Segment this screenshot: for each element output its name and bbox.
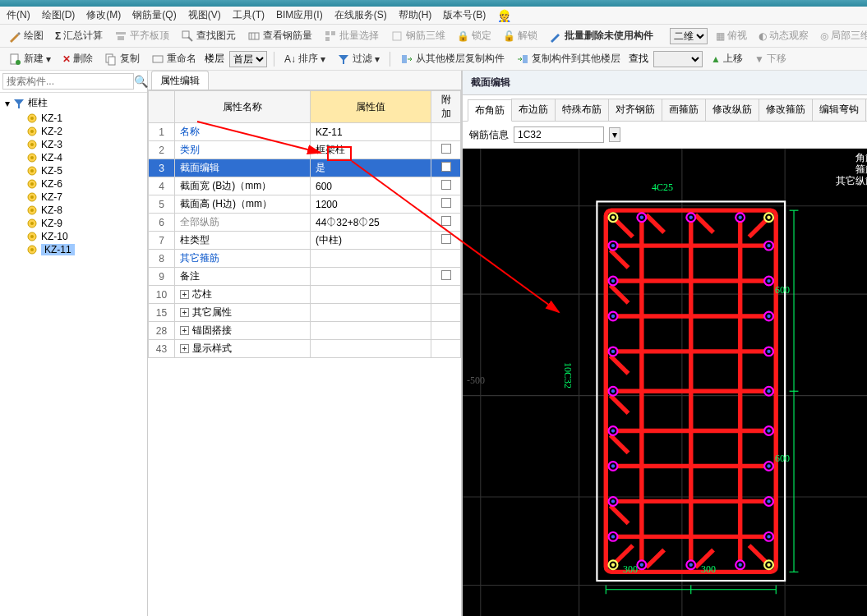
prop-row-1[interactable]: 1名称KZ-11 <box>149 123 461 141</box>
tab-edge-bar[interactable]: 布边筋 <box>511 99 556 121</box>
menu-draw[interactable]: 绘图(D) <box>42 8 76 22</box>
prop-row-6[interactable]: 6全部纵筋44⏀32+8⏀25 <box>149 214 461 232</box>
tab-special[interactable]: 特殊布筋 <box>555 99 609 121</box>
svg-point-120 <box>767 499 770 503</box>
copy-from-button[interactable]: 从其他楼层复制构件 <box>397 50 508 67</box>
tree-item-KZ-3[interactable]: KZ-3 <box>5 138 147 151</box>
tree-root[interactable]: ▾ 框柱 <box>5 96 147 110</box>
draw-button[interactable]: 绘图 <box>5 27 47 44</box>
prop-row-5[interactable]: 5截面高 (H边)（mm）1200 <box>149 195 461 214</box>
section-canvas[interactable]: 4C25 10C32 600 600 300 300 -500 500 角筋 4… <box>463 149 867 616</box>
sort-button[interactable]: A↓排序 ▾ <box>281 50 329 67</box>
svg-point-128 <box>640 563 643 567</box>
tree-item-KZ-4[interactable]: KZ-4 <box>5 151 147 164</box>
prop-row-7[interactable]: 7柱类型(中柱) <box>149 232 461 250</box>
tab-hook[interactable]: 编辑弯钩 <box>812 99 866 121</box>
down-button[interactable]: ▼下移 <box>751 50 790 67</box>
svg-point-12 <box>16 60 21 65</box>
component-tree[interactable]: ▾ 框柱 KZ-1KZ-2KZ-3KZ-4KZ-5KZ-6KZ-7KZ-8KZ-… <box>0 93 147 616</box>
svg-point-19 <box>30 117 34 120</box>
search-input[interactable] <box>2 73 134 90</box>
tab-mod-long[interactable]: 修改纵筋 <box>705 99 759 121</box>
tree-item-KZ-11[interactable]: KZ-11 <box>5 243 147 256</box>
svg-point-116 <box>767 464 770 467</box>
lock-button[interactable]: 🔒锁定 <box>454 27 495 44</box>
filter-icon <box>13 98 25 109</box>
menu-online[interactable]: 在线服务(S) <box>334 8 387 22</box>
prop-row-3[interactable]: 3截面编辑是 <box>149 159 461 177</box>
menu-tools[interactable]: 工具(T) <box>233 8 265 22</box>
tab-corner-bar[interactable]: 布角筋 <box>468 99 512 122</box>
floor-combo[interactable]: 首层 <box>229 51 267 67</box>
unlock-button[interactable]: 🔓解锁 <box>500 27 541 44</box>
tree-item-KZ-5[interactable]: KZ-5 <box>5 164 147 177</box>
new-button[interactable]: 新建 ▾ <box>5 50 54 67</box>
svg-rect-15 <box>153 56 163 62</box>
prop-row-4[interactable]: 4截面宽 (B边)（mm）600 <box>149 177 461 195</box>
menu-view[interactable]: 视图(V) <box>188 8 221 22</box>
prop-row-10[interactable]: 10+芯柱 <box>149 286 461 304</box>
svg-rect-7 <box>325 31 330 35</box>
rename-button[interactable]: 重命名 <box>148 50 200 67</box>
prop-row-9[interactable]: 9备注 <box>149 268 461 286</box>
view2d-combo[interactable]: 二维 <box>670 28 708 44</box>
property-table[interactable]: 属性名称 属性值 附加 1名称KZ-112类别框架柱3截面编辑是4截面宽 (B边… <box>148 90 461 358</box>
svg-rect-9 <box>325 37 330 41</box>
svg-point-96 <box>767 279 770 283</box>
sum-button[interactable]: Σ 汇总计算 <box>52 27 106 44</box>
copy-button[interactable]: 复制 <box>101 50 143 67</box>
tab-mod-stirrup[interactable]: 修改箍筋 <box>759 99 813 121</box>
section-tabs: 布角筋 布边筋 特殊布筋 对齐钢筋 画箍筋 修改纵筋 修改箍筋 编辑弯钩 端头 <box>463 95 867 122</box>
prop-row-28[interactable]: 28+锚固搭接 <box>149 322 461 340</box>
menu-file[interactable]: 件(N) <box>7 8 30 22</box>
tree-item-KZ-1[interactable]: KZ-1 <box>5 112 147 125</box>
rebar-qty-button[interactable]: 查看钢筋量 <box>244 27 316 44</box>
tab-stirrup[interactable]: 画箍筋 <box>662 99 706 121</box>
up-button[interactable]: ▲上移 <box>708 50 746 67</box>
svg-rect-4 <box>249 33 259 39</box>
prop-row-15[interactable]: 15+其它属性 <box>149 304 461 322</box>
svg-rect-8 <box>331 31 335 35</box>
tree-item-KZ-9[interactable]: KZ-9 <box>5 217 147 230</box>
menu-rebar[interactable]: 钢筋量(Q) <box>132 8 176 22</box>
local3d-button[interactable]: ◎局部三维 <box>817 27 867 44</box>
tab-property-edit[interactable]: 属性编辑 <box>151 71 209 90</box>
rebar-3d-button[interactable]: 钢筋三维 <box>387 27 449 44</box>
dyn-view-button[interactable]: ◐动态观察 <box>755 27 812 44</box>
tree-item-KZ-2[interactable]: KZ-2 <box>5 125 147 138</box>
filter-button[interactable]: 过滤 ▾ <box>334 50 383 67</box>
flat-button[interactable]: 平齐板顶 <box>111 27 173 44</box>
tab-align[interactable]: 对齐钢筋 <box>608 99 662 121</box>
col-value: 属性值 <box>311 91 431 123</box>
menu-bim[interactable]: BIM应用(I) <box>276 8 323 22</box>
dropdown-icon[interactable]: ▾ <box>609 127 620 142</box>
search-icon[interactable]: 🔍 <box>134 75 148 88</box>
prop-row-8[interactable]: 8其它箍筋 <box>149 250 461 268</box>
tree-item-KZ-7[interactable]: KZ-7 <box>5 191 147 204</box>
tree-item-KZ-6[interactable]: KZ-6 <box>5 177 147 191</box>
top-view-button[interactable]: ▦俯视 <box>713 27 750 44</box>
find-combo[interactable] <box>653 51 703 67</box>
menu-version[interactable]: 版本号(B) <box>443 8 486 22</box>
svg-point-108 <box>767 389 770 393</box>
col-extra: 附加 <box>431 91 461 123</box>
svg-point-118 <box>611 499 615 503</box>
svg-point-29 <box>30 182 34 186</box>
svg-rect-14 <box>108 57 115 65</box>
find-element-button[interactable]: 查找图元 <box>178 27 239 44</box>
rebar-info-input[interactable] <box>514 126 604 143</box>
svg-rect-2 <box>182 31 189 38</box>
prop-row-43[interactable]: 43+显示样式 <box>149 340 461 358</box>
menu-help[interactable]: 帮助(H) <box>399 8 432 22</box>
svg-rect-0 <box>116 32 126 34</box>
delete-button[interactable]: ✕删除 <box>59 50 96 67</box>
tree-item-KZ-8[interactable]: KZ-8 <box>5 204 147 217</box>
tree-item-KZ-10[interactable]: KZ-10 <box>5 230 147 243</box>
batch-select-button[interactable]: 批量选择 <box>321 27 382 44</box>
svg-point-80 <box>611 216 615 219</box>
copy-to-button[interactable]: 复制构件到其他楼层 <box>513 50 624 67</box>
batch-delete-button[interactable]: 批量删除未使用构件 <box>546 27 657 44</box>
dim-300-2: 300 <box>701 563 716 576</box>
menu-modify[interactable]: 修改(M) <box>86 8 121 22</box>
prop-row-2[interactable]: 2类别框架柱 <box>149 141 461 159</box>
